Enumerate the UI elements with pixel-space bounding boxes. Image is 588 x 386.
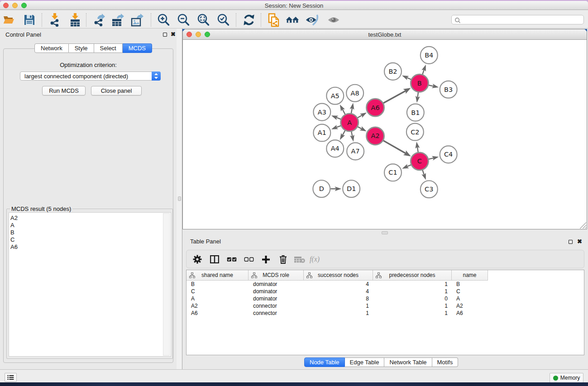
app-titlebar: Session: New Session <box>0 1 588 10</box>
edge-A6-B[interactable] <box>383 91 406 103</box>
search-box <box>451 15 584 24</box>
edge-A-A2[interactable] <box>358 127 362 129</box>
horizontal-split-divider[interactable] <box>182 230 588 236</box>
zoom-out-icon[interactable] <box>177 14 190 26</box>
float-window-icon[interactable] <box>163 33 167 37</box>
result-item[interactable]: A6 <box>9 243 171 251</box>
edge-B-B4[interactable] <box>422 70 424 75</box>
edge-A-A1[interactable] <box>336 126 341 128</box>
export-image-icon[interactable] <box>131 14 144 26</box>
table-row[interactable]: Cdominator41C <box>186 288 584 295</box>
float-window-icon[interactable] <box>569 240 573 244</box>
node-label-D: D <box>319 185 324 192</box>
select-all-columns-icon[interactable] <box>225 253 238 266</box>
zoom-selected-icon[interactable] <box>216 14 230 26</box>
close-panel-icon[interactable]: ✖ <box>577 238 582 245</box>
tab-select[interactable]: Select <box>94 43 123 53</box>
edge-A-A6[interactable] <box>357 115 362 118</box>
divider-grip[interactable] <box>178 196 181 201</box>
edge-B-B2[interactable] <box>407 77 411 79</box>
table-row[interactable]: Bdominator41B <box>186 281 584 288</box>
copy-network-icon[interactable] <box>267 14 281 26</box>
tab-motifs[interactable]: Motifs <box>432 357 459 367</box>
delete-column-icon[interactable] <box>277 253 289 266</box>
edge-A-A4[interactable] <box>342 130 345 135</box>
column-header-successor-nodes[interactable]: successor nodes <box>304 270 373 281</box>
edge-C-C1[interactable] <box>407 165 411 167</box>
task-history-button[interactable] <box>5 373 17 382</box>
tab-network-table[interactable]: Network Table <box>384 357 432 367</box>
run-mcds-button[interactable]: Run MCDS <box>42 86 86 95</box>
add-column-icon[interactable] <box>259 253 272 266</box>
open-file-icon[interactable] <box>2 14 16 26</box>
table-row[interactable]: Adominator80A <box>186 295 584 302</box>
export-network-icon[interactable] <box>92 14 106 26</box>
table-row[interactable]: A6connector11A6 <box>186 310 584 317</box>
edge-A2-C[interactable] <box>383 140 406 153</box>
toolbar-separator <box>261 13 261 27</box>
edge-A-A8[interactable] <box>351 108 352 114</box>
settings-icon[interactable] <box>191 253 204 266</box>
column-type-icon <box>306 272 312 278</box>
toolbar-separator <box>86 13 86 27</box>
edge-C-C4[interactable] <box>428 158 434 159</box>
memory-button[interactable]: Memory <box>550 373 583 382</box>
column-type-icon <box>189 272 195 278</box>
tab-node-table[interactable]: Node Table <box>304 357 345 367</box>
result-item[interactable]: B <box>9 229 171 236</box>
close-panel-button[interactable]: Close panel <box>91 86 142 95</box>
result-item[interactable]: C <box>9 236 171 243</box>
window-resize-grip[interactable] <box>580 222 586 229</box>
arrowhead-A-A4 <box>340 133 345 140</box>
tab-style[interactable]: Style <box>69 43 94 53</box>
result-item[interactable]: A <box>9 222 171 229</box>
column-header-shared-name[interactable]: shared name <box>186 270 249 281</box>
import-network-icon[interactable] <box>48 14 62 26</box>
edge-C-C2[interactable] <box>417 147 418 152</box>
tab-edge-table[interactable]: Edge Table <box>345 357 385 367</box>
result-list-scrollbar[interactable] <box>163 213 170 356</box>
column-header-name[interactable]: name <box>452 270 488 281</box>
export-table-icon[interactable] <box>111 14 125 26</box>
show-all-networks-icon[interactable] <box>286 14 299 26</box>
column-type-icon <box>251 272 257 278</box>
delete-table-icon[interactable] <box>293 253 306 266</box>
table-cell: connector <box>249 310 304 317</box>
column-header-MCDS-role[interactable]: MCDS role <box>249 270 304 281</box>
network-window-titlebar: testGlobe.txt <box>183 29 587 40</box>
save-session-icon[interactable] <box>23 14 36 26</box>
edge-B-B1[interactable] <box>417 92 418 98</box>
edge-B-B3[interactable] <box>428 85 434 86</box>
toolbar-separator <box>236 13 236 27</box>
table-row[interactable]: A2connector11A2 <box>186 302 584 310</box>
search-input[interactable] <box>463 16 580 24</box>
network-canvas[interactable]: B4B2BB3A5A8A6A3B1AA1C2A2A4A7C4CC1C3DD1 <box>183 40 587 229</box>
mcds-result-list[interactable]: A2ABCA6 <box>9 212 171 357</box>
edge-C-C3[interactable] <box>422 170 424 175</box>
zoom-fit-icon[interactable] <box>196 14 210 26</box>
tab-mcds[interactable]: MCDS <box>123 43 152 53</box>
column-header-label: MCDS role <box>263 272 289 278</box>
memory-status-icon <box>553 376 558 381</box>
divider-grip[interactable] <box>382 231 388 234</box>
function-builder-icon[interactable]: f(x) <box>310 253 322 266</box>
criterion-dropdown[interactable]: largest connected component (directed) <box>20 71 161 81</box>
show-selected-icon[interactable] <box>327 14 340 26</box>
refresh-icon[interactable] <box>242 14 256 26</box>
node-label-A3: A3 <box>318 109 326 116</box>
deselect-all-columns-icon[interactable] <box>243 253 255 266</box>
table-cell: C <box>186 288 249 295</box>
node-label-C: C <box>417 157 422 165</box>
hide-selected-icon[interactable] <box>306 14 320 26</box>
import-table-icon[interactable] <box>68 14 82 26</box>
vertical-split-divider[interactable] <box>177 29 182 369</box>
tab-network[interactable]: Network <box>34 43 69 53</box>
result-item[interactable]: A2 <box>9 214 171 222</box>
edge-A-A3[interactable] <box>336 117 341 119</box>
edge-A-A7[interactable] <box>351 131 352 136</box>
split-view-icon[interactable] <box>208 253 221 266</box>
edge-A-A5[interactable] <box>342 109 345 114</box>
zoom-in-icon[interactable] <box>157 14 170 26</box>
column-header-predecessor-nodes[interactable]: predecessor nodes <box>373 270 452 281</box>
close-panel-icon[interactable]: ✖ <box>171 31 176 38</box>
